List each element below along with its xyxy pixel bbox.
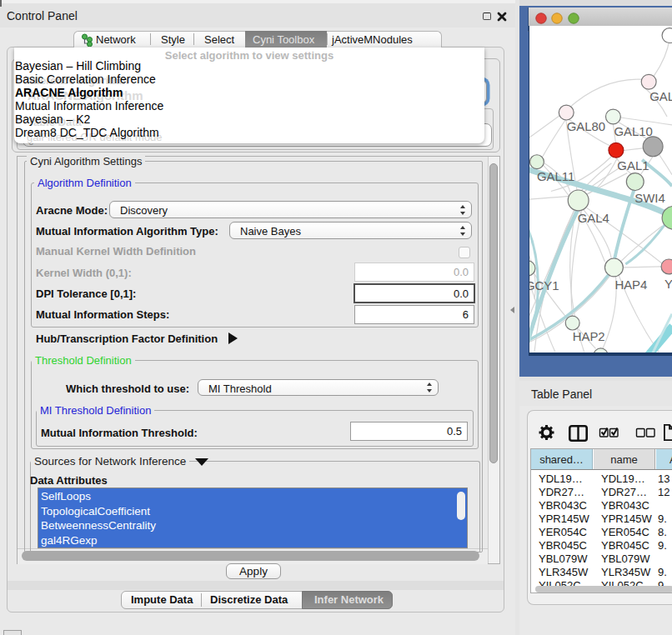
svg-text:GAL11: GAL11: [537, 170, 574, 183]
svg-text:GAL10: GAL10: [614, 125, 652, 138]
svg-text:GAL80: GAL80: [567, 120, 605, 133]
svg-text:GAL7: GAL7: [649, 90, 672, 103]
svg-text:HAP2: HAP2: [573, 330, 605, 343]
svg-text:GAL1: GAL1: [617, 159, 649, 172]
svg-text:Y: Y: [664, 278, 672, 291]
svg-text:GCY1: GCY1: [529, 279, 559, 292]
svg-text:HAP4: HAP4: [614, 278, 647, 292]
svg-text:GAL4: GAL4: [578, 212, 609, 225]
svg-text:SWI4: SWI4: [634, 192, 664, 205]
